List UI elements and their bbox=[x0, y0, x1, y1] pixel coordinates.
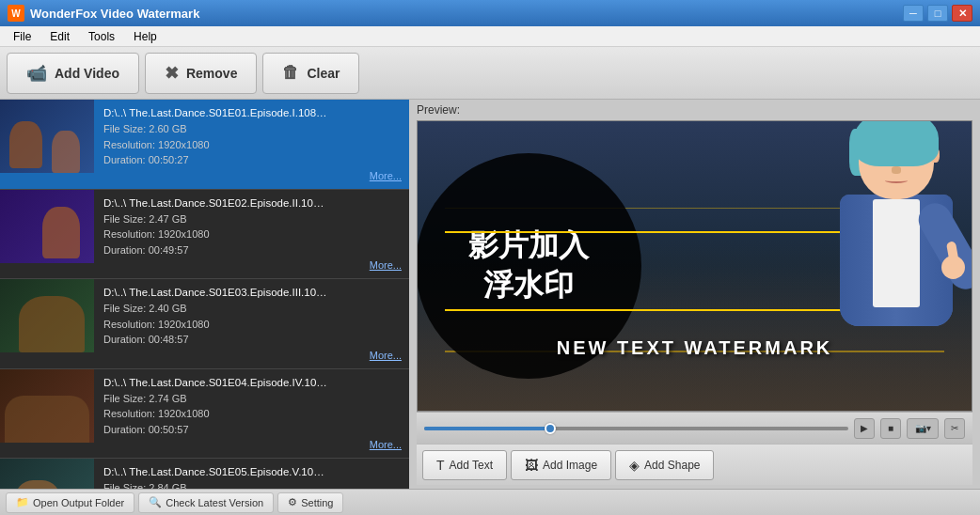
file-meta: File Size: 2.60 GB Resolution: 1920x1080… bbox=[103, 121, 402, 168]
list-item[interactable]: D:\..\ The.Last.Dance.S01E03.Episode.III… bbox=[0, 279, 409, 369]
more-link[interactable]: More... bbox=[370, 439, 402, 450]
file-meta: File Size: 2.74 GB Resolution: 1920x1080… bbox=[103, 391, 402, 438]
add-video-button[interactable]: 📹 Add Video bbox=[7, 53, 139, 94]
thumbnail bbox=[0, 100, 94, 173]
thumbnail bbox=[0, 190, 94, 263]
menu-edit[interactable]: Edit bbox=[40, 28, 79, 45]
menu-tools[interactable]: Tools bbox=[79, 28, 124, 45]
file-info: D:\..\ The.Last.Dance.S01E05.Episode.V.1… bbox=[94, 459, 409, 489]
clear-label: Clear bbox=[307, 66, 340, 81]
file-meta: File Size: 2.47 GB Resolution: 1920x1080… bbox=[103, 211, 402, 258]
open-output-label: Open Output Folder bbox=[33, 497, 124, 508]
scissors-button[interactable]: ✂ bbox=[944, 418, 965, 439]
menu-help[interactable]: Help bbox=[124, 28, 166, 45]
file-info: D:\..\ The.Last.Dance.S01E04.Episode.IV.… bbox=[94, 369, 409, 459]
list-item[interactable]: D:\..\ The.Last.Dance.S01E05.Episode.V.1… bbox=[0, 459, 409, 489]
file-meta: File Size: 2.84 GB Resolution: 1920x1080… bbox=[103, 480, 402, 489]
add-image-label: Add Image bbox=[543, 459, 597, 472]
screenshot-button[interactable]: 📷▾ bbox=[907, 418, 939, 439]
minimize-button[interactable]: ─ bbox=[903, 5, 924, 22]
video-content: 影片加入 浮水印 NEW TEXT WATERMARK bbox=[418, 121, 972, 411]
remove-icon: ✖ bbox=[165, 63, 179, 84]
app-icon: W bbox=[8, 5, 24, 22]
add-text-label: Add Text bbox=[450, 459, 493, 472]
file-meta: File Size: 2.40 GB Resolution: 1920x1080… bbox=[103, 301, 402, 348]
restore-button[interactable]: □ bbox=[927, 5, 948, 22]
file-info: D:\..\ The.Last.Dance.S01E02.Episode.II.… bbox=[94, 190, 409, 279]
playback-controls: ▶ ■ 📷▾ ✂ bbox=[417, 412, 972, 444]
thumbnail bbox=[0, 459, 94, 489]
add-video-icon: 📹 bbox=[26, 63, 47, 84]
check-version-button[interactable]: 🔍 Check Latest Version bbox=[138, 492, 274, 513]
add-image-button[interactable]: 🖼 Add Image bbox=[511, 450, 611, 480]
yellow-line-top bbox=[445, 231, 943, 233]
yellow-line-bottom bbox=[445, 309, 943, 311]
list-item[interactable]: D:\..\ The.Last.Dance.S01E01.Episode.I.1… bbox=[0, 100, 409, 190]
thumbnail bbox=[0, 369, 94, 443]
stop-button[interactable]: ■ bbox=[880, 418, 901, 439]
thumbnail bbox=[0, 279, 94, 352]
progress-fill bbox=[424, 427, 551, 430]
add-shape-icon: ◈ bbox=[629, 458, 640, 473]
setting-label: Setting bbox=[301, 497, 333, 508]
remove-label: Remove bbox=[186, 66, 237, 81]
file-name: D:\..\ The.Last.Dance.S01E01.Episode.I.1… bbox=[103, 107, 329, 118]
clear-button[interactable]: 🗑 Clear bbox=[262, 53, 359, 94]
close-button[interactable]: ✕ bbox=[952, 5, 972, 22]
progress-handle[interactable] bbox=[545, 423, 556, 434]
setting-icon: ⚙ bbox=[288, 496, 297, 508]
window-controls: ─ □ ✕ bbox=[903, 5, 972, 22]
clear-icon: 🗑 bbox=[282, 63, 299, 83]
file-info: D:\..\ The.Last.Dance.S01E01.Episode.I.1… bbox=[94, 100, 409, 189]
file-name: D:\..\ The.Last.Dance.S01E05.Episode.V.1… bbox=[103, 466, 329, 477]
add-shape-label: Add Shape bbox=[644, 459, 700, 472]
content-area: D:\..\ The.Last.Dance.S01E01.Episode.I.1… bbox=[0, 100, 980, 489]
menu-bar: File Edit Tools Help bbox=[0, 26, 980, 47]
open-output-icon: 📁 bbox=[16, 496, 29, 508]
more-link[interactable]: More... bbox=[370, 259, 402, 271]
file-name: D:\..\ The.Last.Dance.S01E04.Episode.IV.… bbox=[103, 377, 329, 388]
list-item[interactable]: D:\..\ The.Last.Dance.S01E04.Episode.IV.… bbox=[0, 369, 409, 460]
list-item[interactable]: D:\..\ The.Last.Dance.S01E02.Episode.II.… bbox=[0, 190, 409, 280]
progress-bar[interactable] bbox=[424, 427, 848, 430]
add-text-button[interactable]: T Add Text bbox=[422, 450, 507, 480]
add-shape-button[interactable]: ◈ Add Shape bbox=[615, 450, 714, 480]
window-title: WonderFox Video Watermark bbox=[30, 7, 903, 21]
remove-button[interactable]: ✖ Remove bbox=[145, 53, 257, 94]
file-list[interactable]: D:\..\ The.Last.Dance.S01E01.Episode.I.1… bbox=[0, 100, 409, 489]
status-bar: 📁 Open Output Folder 🔍 Check Latest Vers… bbox=[0, 489, 980, 515]
add-image-icon: 🖼 bbox=[525, 458, 538, 473]
watermark-en-text: NEW TEXT WATERMARK bbox=[418, 337, 972, 359]
more-link[interactable]: More... bbox=[370, 350, 402, 361]
preview-label: Preview: bbox=[417, 103, 972, 117]
file-info: D:\..\ The.Last.Dance.S01E03.Episode.III… bbox=[94, 279, 409, 368]
check-version-label: Check Latest Version bbox=[166, 497, 263, 508]
preview-area: Preview: 影片加入 bbox=[409, 100, 980, 489]
setting-button[interactable]: ⚙ Setting bbox=[277, 492, 343, 513]
watermark-buttons: T Add Text 🖼 Add Image ◈ Add Shape bbox=[417, 444, 972, 485]
more-link[interactable]: More... bbox=[370, 170, 402, 181]
play-button[interactable]: ▶ bbox=[854, 418, 875, 439]
preview-video: 影片加入 浮水印 NEW TEXT WATERMARK bbox=[417, 120, 972, 412]
file-name: D:\..\ The.Last.Dance.S01E02.Episode.II.… bbox=[103, 197, 329, 209]
add-text-icon: T bbox=[436, 458, 445, 473]
add-video-label: Add Video bbox=[55, 66, 119, 81]
main-area: 📹 Add Video ✖ Remove 🗑 Clear D:\..\ T bbox=[0, 47, 980, 515]
open-output-button[interactable]: 📁 Open Output Folder bbox=[6, 492, 134, 513]
watermark-cn-text: 影片加入 浮水印 bbox=[468, 226, 589, 304]
file-name: D:\..\ The.Last.Dance.S01E03.Episode.III… bbox=[103, 287, 329, 298]
check-version-icon: 🔍 bbox=[149, 496, 162, 508]
title-bar: W WonderFox Video Watermark ─ □ ✕ bbox=[0, 0, 980, 26]
menu-file[interactable]: File bbox=[4, 28, 40, 45]
toolbar: 📹 Add Video ✖ Remove 🗑 Clear bbox=[0, 47, 980, 100]
